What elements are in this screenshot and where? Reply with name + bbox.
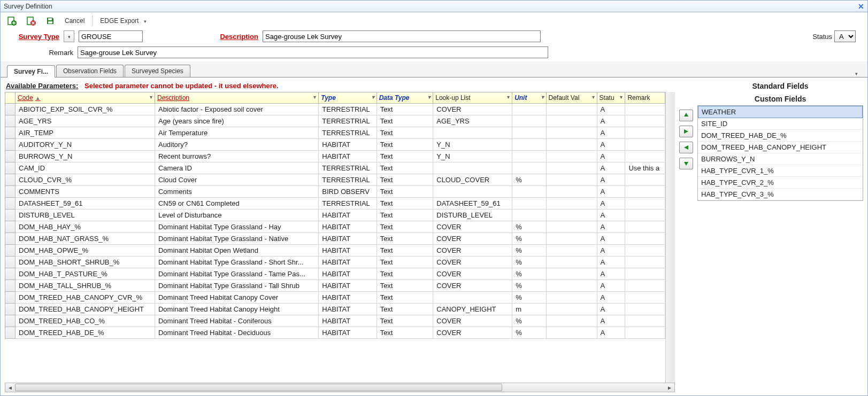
row-selector[interactable] (5, 257, 16, 268)
col-default-val[interactable]: Default Val▾ (546, 92, 597, 104)
row-selector[interactable] (5, 198, 16, 209)
list-item[interactable]: DOM_TREED_HAB_DE_% (698, 130, 863, 142)
col-code[interactable]: Code▲▾ (16, 92, 155, 104)
table-row[interactable]: AGE_YRSAge (years since fire)TERRESTRIAL… (5, 115, 665, 127)
table-row[interactable]: DOM_HAB_HAY_%Dominant Habitat Type Grass… (5, 221, 665, 233)
row-selector[interactable] (5, 268, 16, 280)
table-row[interactable]: DISTURB_LEVELLevel of DisturbanceHABITAT… (5, 209, 665, 221)
table-row[interactable]: BURROWS_Y_NRecent burrows?HABITATTextY_N… (5, 151, 665, 162)
table-row[interactable]: DOM_TREED_HAB_CANOPY_CVR_%Dominant Treed… (5, 292, 665, 304)
list-item[interactable]: HAB_TYPE_CVR_3_% (698, 189, 863, 200)
row-selector[interactable] (5, 315, 16, 327)
cancel-button[interactable]: Cancel (63, 16, 87, 26)
filter-icon[interactable]: ▾ (150, 94, 152, 100)
col-unit[interactable]: Unit▾ (512, 92, 546, 104)
scroll-thumb[interactable] (15, 384, 502, 391)
cell-unit: % (512, 221, 546, 233)
remark-input[interactable] (78, 46, 548, 58)
row-selector[interactable] (5, 280, 16, 292)
col-data-type[interactable]: Data Type▾ (377, 92, 433, 104)
filter-icon[interactable]: ▾ (372, 94, 374, 100)
row-selector[interactable] (5, 115, 16, 127)
parameters-grid-wrap: Code▲▾ Description▾ Type▾ Data Type▾ Loo… (5, 92, 675, 383)
status-select[interactable]: A (834, 30, 856, 42)
row-selector[interactable] (5, 104, 16, 115)
col-status[interactable]: Statu▾ (597, 92, 625, 104)
table-row[interactable]: DATASHEET_59_61CN59 or CN61 CompletedTER… (5, 198, 665, 209)
table-row[interactable]: COMMENTSCommentsBIRD OBSERVTextA (5, 186, 665, 198)
col-type[interactable]: Type▾ (319, 92, 377, 104)
row-selector[interactable] (5, 292, 16, 304)
cell-code: DOM_TREED_HAB_CANOPY_HEIGHT (16, 304, 155, 315)
add-icon-button[interactable] (5, 15, 19, 27)
tab-survey-fields[interactable]: Survey Fi... (7, 65, 55, 77)
scroll-right-icon[interactable]: ► (665, 385, 674, 391)
row-selector[interactable] (5, 304, 16, 315)
list-item[interactable]: DOM_TREED_HAB_CANOPY_HEIGHT (698, 142, 863, 153)
move-right-button[interactable] (679, 126, 693, 137)
move-top-button[interactable] (679, 110, 693, 121)
row-selector[interactable] (5, 209, 16, 221)
survey-type-input[interactable] (79, 30, 143, 42)
row-selector[interactable] (5, 245, 16, 257)
table-row[interactable]: DOM_HAB_TALL_SHRUB_%Dominant Habitat Typ… (5, 280, 665, 292)
col-description[interactable]: Description▾ (155, 92, 318, 104)
col-remark[interactable]: Remark (625, 92, 665, 104)
list-item[interactable]: BURROWS_Y_N (698, 153, 863, 165)
table-row[interactable]: ABIOTIC_EXP_SOIL_CVR_%Abiotic factor - E… (5, 104, 665, 115)
col-lookup-list[interactable]: Look-up List▾ (433, 92, 512, 104)
list-item[interactable]: HAB_TYPE_CVR_2_% (698, 177, 863, 189)
parameters-grid[interactable]: Code▲▾ Description▾ Type▾ Data Type▾ Loo… (5, 92, 665, 383)
standard-fields-header[interactable]: Standard Fields (697, 80, 863, 92)
list-item[interactable]: HAB_TYPE_CVR_1_% (698, 165, 863, 177)
tab-observation-fields[interactable]: Observation Fields (56, 65, 124, 77)
table-row[interactable]: DOM_HAB_SHORT_SHRUB_%Dominant Habitat Ty… (5, 257, 665, 268)
description-input[interactable] (263, 30, 541, 42)
table-row[interactable]: DOM_HAB_NAT_GRASS_%Dominant Habitat Type… (5, 233, 665, 245)
filter-icon[interactable]: ▾ (507, 94, 510, 100)
filter-icon[interactable]: ▾ (313, 94, 316, 100)
row-selector[interactable] (5, 233, 16, 245)
scroll-left-icon[interactable]: ◄ (5, 385, 15, 391)
tab-surveyed-species[interactable]: Surveyed Species (125, 65, 190, 77)
edge-export-button[interactable]: EDGE Export (98, 16, 149, 26)
row-selector[interactable] (5, 151, 16, 162)
list-item[interactable]: SITE_ID (698, 118, 863, 130)
move-bottom-button[interactable] (679, 158, 693, 169)
table-row[interactable]: CLOUD_CVR_%Cloud CoverTERRESTRIALTextCLO… (5, 174, 665, 186)
custom-fields-list[interactable]: WEATHERSITE_IDDOM_TREED_HAB_DE_%DOM_TREE… (697, 105, 863, 201)
row-selector[interactable] (5, 162, 16, 174)
row-selector[interactable] (5, 221, 16, 233)
row-selector-header[interactable] (5, 92, 16, 104)
table-row[interactable]: DOM_HAB_OPWE_%Dominant Habitat Open Wetl… (5, 245, 665, 257)
filter-icon[interactable]: ▾ (620, 94, 623, 100)
custom-fields-header[interactable]: Custom Fields (697, 92, 863, 105)
row-selector[interactable] (5, 186, 16, 198)
filter-icon[interactable]: ▾ (428, 94, 431, 100)
delete-icon-button[interactable] (24, 15, 38, 27)
row-selector[interactable] (5, 139, 16, 151)
row-selector[interactable] (5, 127, 16, 139)
save-icon-button[interactable] (43, 15, 57, 27)
cell-data-type: Text (377, 292, 433, 304)
scroll-track[interactable] (15, 384, 665, 391)
vertical-scrollbar[interactable] (665, 92, 675, 383)
cell-default (546, 257, 597, 268)
table-row[interactable]: DOM_TREED_HAB_DE_%Dominant Treed Habitat… (5, 327, 665, 339)
list-item[interactable]: WEATHER (698, 106, 863, 118)
table-row[interactable]: DOM_TREED_HAB_CO_%Dominant Treed Habitat… (5, 315, 665, 327)
survey-type-dropdown[interactable] (64, 30, 74, 42)
row-selector[interactable] (5, 327, 16, 339)
tab-overflow-menu[interactable] (852, 69, 861, 77)
table-row[interactable]: CAM_IDCamera IDTERRESTRIALTextAUse this … (5, 162, 665, 174)
filter-icon[interactable]: ▾ (541, 94, 544, 100)
filter-icon[interactable]: ▾ (592, 94, 595, 100)
move-left-button[interactable] (679, 142, 693, 153)
horizontal-scrollbar[interactable]: ◄ ► (5, 383, 675, 392)
row-selector[interactable] (5, 174, 16, 186)
table-row[interactable]: DOM_TREED_HAB_CANOPY_HEIGHTDominant Tree… (5, 304, 665, 315)
table-row[interactable]: AUDITORY_Y_NAuditory?HABITATTextY_NA (5, 139, 665, 151)
table-row[interactable]: DOM_HAB_T_PASTURE_%Dominant Habitat Type… (5, 268, 665, 280)
table-row[interactable]: AIR_TEMPAir TemperatureTERRESTRIALTextA (5, 127, 665, 139)
close-icon[interactable]: ✕ (858, 2, 864, 11)
